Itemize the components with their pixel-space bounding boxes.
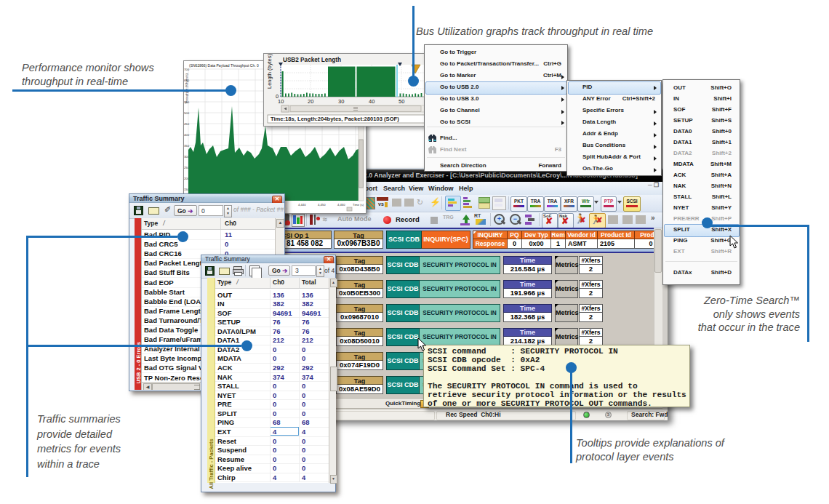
svg-text:4,460: 4,460 [337,203,345,207]
svg-text:Time (s): Time (s) [353,203,364,207]
svg-text:(SN62866) Data Payload Through: (SN62866) Data Payload Throughput Ch. 0 [189,63,259,68]
svg-text:0: 0 [276,93,279,100]
svg-text:350: 350 [184,144,190,148]
svg-text:40: 40 [369,98,375,105]
svg-text:400: 400 [184,133,190,137]
svg-text:30: 30 [338,98,344,105]
svg-text:50: 50 [399,98,404,105]
svg-text:20: 20 [308,98,313,105]
svg-text:500: 500 [184,111,190,115]
svg-text:4,440: 4,440 [298,203,306,207]
svg-text:700: 700 [184,68,190,71]
svg-text:10: 10 [278,98,284,105]
svg-text:450: 450 [184,122,190,126]
svg-text:Time:18s, Length:204bytes, Pac: Time:18s, Length:204bytes, Packet:280103… [271,116,399,122]
svg-text:USB2 Packet Length: USB2 Packet Length [283,57,341,63]
svg-text:Throughput (KBytes/s): Throughput (KBytes/s) [185,73,188,104]
svg-text:Length (bytes): Length (bytes) [266,54,273,89]
svg-text:4,450: 4,450 [318,203,326,207]
